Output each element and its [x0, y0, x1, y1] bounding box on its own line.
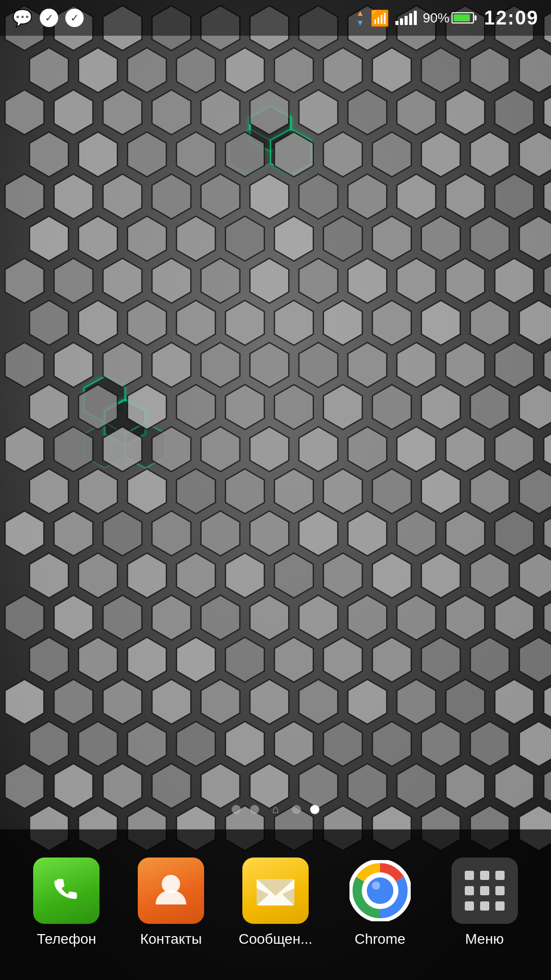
- page-dot-1[interactable]: [232, 805, 241, 814]
- menu-label: Меню: [465, 931, 504, 947]
- svg-point-259: [372, 881, 380, 890]
- dock-item-chrome[interactable]: Chrome: [340, 857, 419, 947]
- contacts-app-icon[interactable]: [138, 857, 204, 924]
- page-dot-home[interactable]: ⌂: [268, 802, 283, 817]
- notification-icons: 💬 ✓ ✓: [12, 8, 84, 28]
- system-status-icons: ▲ ▼ 📶 90% 12:09: [356, 7, 539, 29]
- signal-strength-icon: [395, 11, 417, 25]
- page-dot-5-active[interactable]: [310, 805, 319, 814]
- chrome-app-icon[interactable]: [347, 857, 413, 924]
- messages-app-icon[interactable]: [242, 857, 309, 924]
- chrome-label: Chrome: [355, 931, 406, 947]
- menu-grid: [455, 861, 515, 921]
- wifi-icon: 📶: [370, 9, 389, 27]
- contacts-label: Контакты: [140, 931, 202, 947]
- dock: Телефон Контакты Сообщен...: [0, 829, 551, 980]
- page-dot-4[interactable]: [292, 805, 301, 814]
- status-bar: 💬 ✓ ✓ ▲ ▼ 📶 90% 1: [0, 0, 551, 36]
- task-notification-icon-1: ✓: [40, 9, 58, 27]
- dock-item-contacts[interactable]: Контакты: [132, 857, 211, 947]
- menu-app-icon[interactable]: [452, 857, 518, 924]
- clock: 12:09: [484, 7, 539, 29]
- battery-indicator: 90%: [423, 10, 474, 26]
- page-dot-2[interactable]: [250, 805, 259, 814]
- phone-label: Телефон: [37, 931, 96, 947]
- svg-point-258: [367, 877, 393, 904]
- messages-label: Сообщен...: [239, 931, 313, 947]
- dock-item-phone[interactable]: Телефон: [27, 857, 106, 947]
- page-indicators: ⌂: [232, 802, 319, 817]
- data-activity-icon: ▲ ▼: [356, 8, 364, 28]
- message-notification-icon: 💬: [12, 8, 33, 28]
- phone-app-icon[interactable]: [33, 857, 99, 924]
- dock-item-messages[interactable]: Сообщен...: [236, 857, 315, 947]
- task-notification-icon-2: ✓: [65, 9, 84, 27]
- battery-percent: 90%: [423, 10, 449, 26]
- dock-item-menu[interactable]: Меню: [445, 857, 524, 947]
